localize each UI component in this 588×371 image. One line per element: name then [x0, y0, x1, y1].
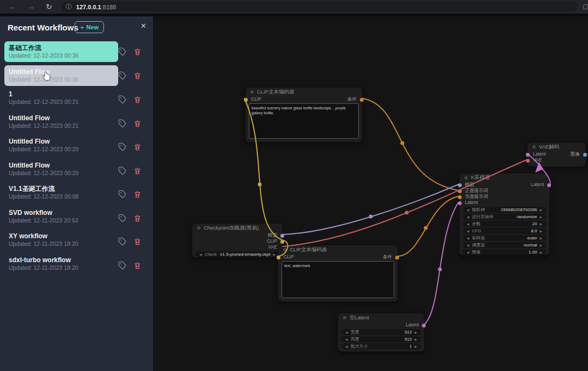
- workflow-card-selected[interactable]: 基础工作流 Updated: 12-12-2023 00:36: [4, 41, 118, 62]
- workflow-list-item[interactable]: XY workflow Updated: 12-11-2023 18:20: [0, 231, 153, 252]
- link-midpoint-dot: [438, 268, 442, 271]
- vae-output-label: VAE: [268, 244, 277, 250]
- clip-output-port[interactable]: [280, 240, 284, 244]
- model-input-port[interactable]: [458, 183, 462, 187]
- tag-icon[interactable]: [118, 47, 127, 56]
- workflow-title: V1.1圣诞工作流: [9, 185, 118, 193]
- batch-size-widget[interactable]: 批次大小 1: [341, 343, 421, 349]
- node-ksampler[interactable]: K采样器 模型 Latent 正面提示词 负面提示词 Latent 随机种 15…: [459, 173, 550, 256]
- back-icon[interactable]: ←: [7, 3, 19, 11]
- workflow-list-item[interactable]: 基础工作流 Updated: 12-12-2023 00:36: [0, 41, 153, 62]
- positive-input-port[interactable]: [458, 189, 462, 193]
- collapse-dot-icon[interactable]: [464, 176, 468, 180]
- tag-icon[interactable]: [118, 190, 127, 199]
- node-header[interactable]: VAE解码: [528, 143, 585, 151]
- node-checkpoint-loader[interactable]: Checkpoint加载器(简易) 模型 CLIP VAE Checkpoint…: [192, 223, 283, 258]
- control-after-generate-widget[interactable]: 运行后操作 randomize: [463, 214, 546, 220]
- trash-icon[interactable]: [133, 261, 142, 270]
- scheduler-widget[interactable]: 调度器 normal: [463, 242, 546, 248]
- seed-widget[interactable]: 随机种 156680208700286: [463, 207, 546, 213]
- latent-output-port[interactable]: [422, 324, 426, 327]
- node-empty-latent[interactable]: 空Latent Latent 宽度 512 高度 512 批次大小 1: [338, 313, 425, 352]
- vae-input-port[interactable]: [526, 159, 530, 163]
- tag-icon[interactable]: [118, 95, 127, 104]
- port-row: 负面提示词: [460, 194, 549, 200]
- latent-output-port[interactable]: [547, 183, 551, 187]
- trash-icon[interactable]: [133, 71, 142, 80]
- conditioning-output-port[interactable]: [395, 256, 399, 259]
- latent-input-port[interactable]: [526, 153, 530, 157]
- forward-icon[interactable]: →: [25, 3, 37, 11]
- reload-icon[interactable]: ↻: [43, 3, 55, 11]
- collapse-dot-icon[interactable]: [283, 248, 286, 251]
- workflow-list-item[interactable]: Untitled Flow Updated: 12-12-2023 00:21: [0, 113, 153, 134]
- workflow-list-item[interactable]: Untitled Flow Updated: 12-12-2023 00:20: [0, 137, 153, 157]
- trash-icon[interactable]: [133, 214, 142, 222]
- node-header[interactable]: CLIP文本编码器: [278, 245, 397, 254]
- collapse-dot-icon[interactable]: [343, 316, 346, 319]
- model-output-port[interactable]: [280, 234, 284, 238]
- tag-icon[interactable]: [118, 71, 127, 80]
- new-button-label: New: [86, 24, 99, 30]
- node-header[interactable]: Checkpoint加载器(简易): [192, 224, 283, 232]
- workflow-updated: Updated: 12-12-2023 00:20: [9, 170, 118, 177]
- trash-icon[interactable]: [133, 95, 142, 104]
- node-header[interactable]: 空Latent: [338, 313, 424, 322]
- node-clip-text-encode-positive[interactable]: CLIP文本编码器 CLIP 条件 beautiful scenery natu…: [245, 87, 363, 143]
- tag-icon[interactable]: [118, 166, 127, 175]
- trash-icon[interactable]: [133, 190, 142, 199]
- conditioning-output-port[interactable]: [360, 98, 364, 102]
- trash-icon[interactable]: [133, 237, 142, 246]
- height-widget[interactable]: 高度 512: [341, 336, 421, 342]
- trash-icon[interactable]: [133, 143, 142, 151]
- workflow-title: XY workflow: [9, 232, 118, 240]
- collapse-dot-icon[interactable]: [250, 90, 254, 94]
- widget-label: 随机种: [472, 207, 498, 213]
- sampler-widget[interactable]: 采样器 euler: [463, 235, 546, 241]
- node-graph-canvas[interactable]: CLIP文本编码器 CLIP 条件 beautiful scenery natu…: [153, 16, 588, 371]
- prompt-textarea[interactable]: beautiful scenery nature glass bottle la…: [249, 103, 359, 139]
- workflow-list-item[interactable]: sdxl-turbo workflow Updated: 12-11-2023 …: [0, 255, 153, 276]
- image-output-port[interactable]: [583, 153, 587, 157]
- workflow-list-item[interactable]: 1 Updated: 12-12-2023 00:21: [0, 89, 153, 110]
- new-workflow-button[interactable]: + New: [75, 21, 104, 33]
- workflow-list-item[interactable]: Untitled Flow Updated: 12-12-2023 00:36: [0, 65, 153, 86]
- tag-icon[interactable]: [118, 261, 127, 270]
- workflow-card-dragging[interactable]: Untitled Flow Updated: 12-12-2023 00:36: [4, 65, 118, 86]
- cfg-widget[interactable]: CFG 8.0: [463, 228, 546, 234]
- clip-input-port[interactable]: [277, 256, 280, 259]
- tag-icon[interactable]: [118, 237, 127, 246]
- workflow-title: Untitled Flow: [9, 68, 114, 76]
- node-vae-decode[interactable]: VAE解码 Latent 图像 VAE: [527, 142, 586, 167]
- tag-icon[interactable]: [118, 119, 127, 128]
- denoise-widget[interactable]: 降噪 1.00: [463, 249, 546, 255]
- negative-input-port[interactable]: [458, 195, 462, 199]
- node-header[interactable]: CLIP文本编码器: [246, 88, 362, 96]
- workflow-title: SVD workflow: [9, 209, 118, 217]
- width-widget[interactable]: 宽度 512: [341, 329, 421, 335]
- workflow-list-item[interactable]: Untitled Flow Updated: 12-12-2023 00:20: [0, 160, 153, 181]
- trash-icon[interactable]: [133, 47, 142, 56]
- latent-input-port[interactable]: [458, 201, 462, 205]
- ckpt-name-widget[interactable]: Checkpoint名称 v1-5-pruned-emaonly.ckpt: [195, 251, 279, 257]
- collapse-dot-icon[interactable]: [532, 145, 536, 149]
- widget-value: 8.0: [531, 228, 537, 233]
- node-header[interactable]: K采样器: [460, 174, 549, 182]
- trash-icon[interactable]: [133, 166, 142, 175]
- workflow-list-item[interactable]: SVD workflow Updated: 12-11-2023 20:53: [0, 208, 153, 228]
- tag-icon[interactable]: [118, 214, 127, 222]
- tag-icon[interactable]: [118, 143, 127, 151]
- browser-extension-icon[interactable]: [583, 4, 588, 9]
- address-bar[interactable]: ⓘ 127.0.0.1 :8188: [62, 2, 578, 12]
- steps-widget[interactable]: 步数 20: [463, 221, 546, 227]
- close-panel-icon[interactable]: ✕: [140, 22, 146, 30]
- wire-positive-conditioning: [363, 98, 458, 190]
- collapse-dot-icon[interactable]: [197, 226, 200, 230]
- prompt-textarea[interactable]: text, watermark: [281, 261, 394, 298]
- widget-value: 512: [405, 337, 412, 342]
- clip-input-port[interactable]: [244, 98, 248, 102]
- node-clip-text-encode-negative[interactable]: CLIP文本编码器 CLIP 条件 text, watermark: [278, 245, 398, 302]
- trash-icon[interactable]: [133, 119, 142, 128]
- workflow-list-item[interactable]: V1.1圣诞工作流 Updated: 12-12-2023 00:08: [0, 184, 153, 205]
- site-info-icon[interactable]: ⓘ: [66, 3, 72, 11]
